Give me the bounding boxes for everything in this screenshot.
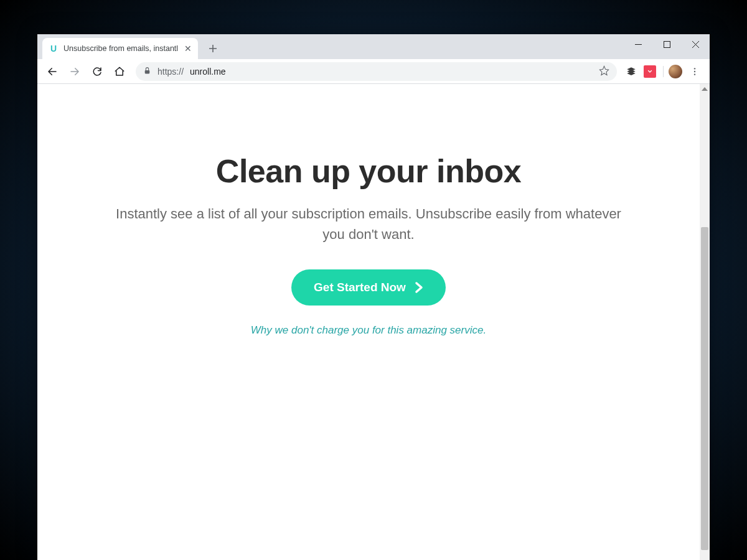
- extension-pocket[interactable]: [642, 63, 658, 80]
- url-host: unroll.me: [190, 67, 226, 77]
- svg-rect-1: [145, 70, 150, 73]
- svg-point-4: [694, 73, 695, 75]
- tab-title: Unsubscribe from emails, instantl: [63, 44, 179, 53]
- minimize-button[interactable]: [624, 34, 652, 54]
- page-content: Clean up your inbox Instantly see a list…: [37, 84, 710, 560]
- scrollbar-thumb[interactable]: [701, 227, 708, 550]
- hero-section: Clean up your inbox Instantly see a list…: [37, 84, 710, 337]
- page-heading: Clean up your inbox: [62, 152, 675, 190]
- kebab-menu-icon: [690, 67, 700, 77]
- svg-rect-0: [664, 41, 670, 47]
- chevron-up-icon: [702, 87, 708, 91]
- forward-button[interactable]: [65, 62, 85, 82]
- bookmark-button[interactable]: [599, 65, 609, 78]
- maximize-button[interactable]: [652, 34, 681, 54]
- extension-buffer[interactable]: [623, 63, 639, 80]
- browser-tab[interactable]: U Unsubscribe from emails, instantl ✕: [42, 38, 198, 59]
- reload-button[interactable]: [87, 62, 107, 82]
- pocket-icon: [644, 65, 656, 78]
- scroll-up-button[interactable]: [700, 84, 710, 94]
- window-controls: [624, 34, 710, 59]
- toolbar-divider: [663, 66, 664, 77]
- url-protocol: https://: [157, 67, 184, 77]
- close-icon: [692, 41, 699, 48]
- home-button[interactable]: [110, 62, 129, 82]
- arrow-right-icon: [69, 66, 80, 77]
- new-tab-button[interactable]: [204, 40, 222, 57]
- page-subheading: Instantly see a list of all your subscri…: [113, 203, 624, 245]
- address-bar[interactable]: https://unroll.me: [136, 62, 617, 81]
- browser-window: U Unsubscribe from emails, instantl ✕: [37, 34, 710, 560]
- minimize-icon: [635, 41, 642, 48]
- browser-titlebar: U Unsubscribe from emails, instantl ✕: [37, 34, 710, 59]
- get-started-button[interactable]: Get Started Now: [291, 269, 446, 306]
- home-icon: [114, 66, 125, 77]
- lock-icon: [143, 67, 151, 77]
- maximize-icon: [664, 41, 670, 48]
- arrow-left-icon: [47, 66, 58, 77]
- menu-button[interactable]: [685, 62, 705, 82]
- svg-point-3: [694, 70, 695, 72]
- why-link[interactable]: Why we don't charge you for this amazing…: [62, 324, 675, 337]
- vertical-scrollbar[interactable]: [700, 84, 710, 560]
- close-window-button[interactable]: [681, 34, 710, 54]
- profile-avatar[interactable]: [669, 65, 682, 78]
- browser-toolbar: https://unroll.me: [37, 59, 710, 84]
- cta-label: Get Started Now: [314, 281, 406, 294]
- svg-point-2: [694, 68, 695, 69]
- chevron-right-icon: [415, 281, 423, 294]
- buffer-icon: [626, 66, 637, 77]
- plus-icon: [209, 44, 217, 53]
- reload-icon: [92, 66, 103, 77]
- close-icon[interactable]: ✕: [184, 44, 192, 54]
- star-icon: [599, 65, 609, 76]
- tab-favicon-icon: U: [49, 44, 59, 54]
- back-button[interactable]: [42, 62, 62, 82]
